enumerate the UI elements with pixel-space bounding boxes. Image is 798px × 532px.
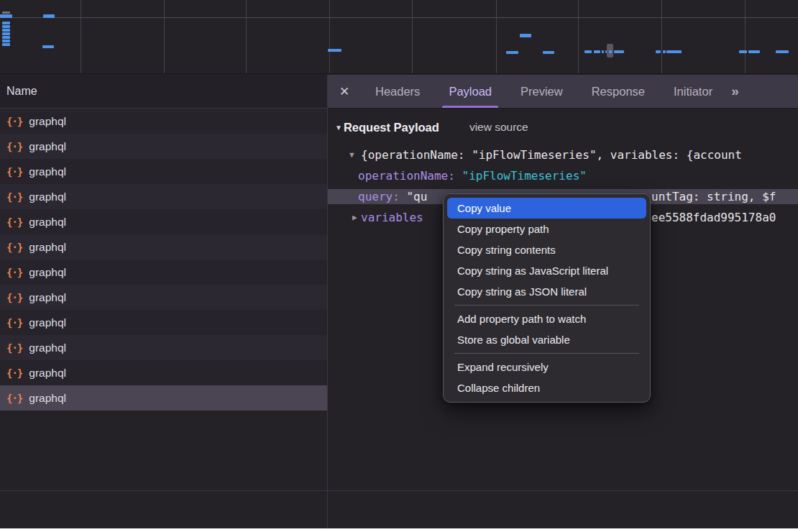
request-payload-section-header[interactable]: ▼ Request Payload view source	[328, 117, 798, 137]
network-overview-timeline[interactable]	[0, 0, 798, 74]
expand-right-icon[interactable]: ▶	[352, 207, 357, 228]
menu-item-copy-string-as-json-literal[interactable]: Copy string as JSON literal	[447, 281, 646, 302]
json-file-icon: {·}	[6, 191, 22, 203]
request-timing-bar[interactable]	[602, 50, 604, 53]
request-timing-bar[interactable]	[584, 50, 592, 53]
request-timing-bar[interactable]	[43, 14, 55, 18]
request-row[interactable]: {·}graphql	[0, 335, 327, 360]
menu-item-store-as-global-variable[interactable]: Store as global variable	[447, 329, 646, 350]
request-timing-bar[interactable]	[2, 36, 10, 39]
overview-gridline	[578, 0, 579, 73]
request-row[interactable]: {·}graphql	[0, 285, 327, 310]
request-timing-bar[interactable]	[2, 22, 10, 24]
menu-item-collapse-children[interactable]: Collapse children	[447, 377, 646, 398]
json-file-icon: {·}	[6, 141, 22, 152]
overview-gridline	[661, 0, 662, 73]
name-column-header[interactable]: Name	[0, 75, 327, 109]
network-panel-body: Name {·}graphql{·}graphql{·}graphql{·}gr…	[0, 75, 798, 490]
request-timing-bar[interactable]	[656, 50, 661, 53]
context-menu: Copy valueCopy property pathCopy string …	[443, 193, 651, 403]
menu-item-add-property-path-to-watch[interactable]: Add property path to watch	[447, 308, 646, 329]
close-icon[interactable]: ✕	[328, 75, 361, 108]
menu-divider	[454, 353, 639, 354]
json-file-icon: {·}	[6, 116, 22, 127]
menu-item-copy-property-path[interactable]: Copy property path	[447, 219, 646, 239]
request-name: graphql	[29, 367, 66, 380]
request-timing-bar[interactable]	[506, 51, 518, 54]
root-summary-text: {operationName: "ipFlowTimeseries", vari…	[361, 148, 742, 162]
menu-item-expand-recursively[interactable]: Expand recursively	[447, 357, 646, 377]
request-timing-bar[interactable]	[42, 45, 54, 48]
request-timing-bar[interactable]	[666, 50, 682, 53]
request-name: graphql	[29, 291, 66, 304]
request-timing-bar[interactable]	[663, 50, 666, 53]
request-timing-bar[interactable]	[614, 50, 624, 53]
request-name: graphql	[29, 266, 66, 279]
section-expand-icon[interactable]: ▼	[335, 124, 342, 132]
request-timing-bar[interactable]	[2, 25, 10, 28]
request-timing-bar[interactable]	[776, 50, 789, 53]
request-row[interactable]: {·}graphql	[0, 310, 327, 335]
request-row[interactable]: {·}graphql	[0, 109, 327, 134]
request-name: graphql	[29, 165, 66, 178]
request-row[interactable]: {·}graphql	[0, 134, 327, 159]
request-name: graphql	[29, 216, 66, 229]
overview-gridline	[329, 0, 330, 73]
request-timing-bar[interactable]	[748, 50, 760, 53]
menu-item-copy-string-contents[interactable]: Copy string contents	[447, 239, 646, 260]
expand-down-icon[interactable]: ▼	[349, 145, 354, 165]
tree-row-operationname[interactable]: operationName: "ipFlowTimeseries"	[328, 165, 798, 186]
json-file-icon: {·}	[6, 166, 22, 178]
request-timing-bar[interactable]	[739, 50, 747, 53]
property-key: operationName:	[358, 169, 462, 183]
pane-divider	[327, 491, 328, 528]
json-file-icon: {·}	[6, 393, 22, 404]
request-name: graphql	[29, 392, 66, 405]
request-timing-bar[interactable]	[2, 29, 10, 32]
request-timing-bar[interactable]	[2, 12, 10, 14]
request-timing-bar[interactable]	[0, 14, 12, 18]
request-timing-bar[interactable]	[2, 40, 10, 42]
menu-item-copy-value[interactable]: Copy value	[447, 198, 646, 219]
request-name: graphql	[29, 191, 66, 203]
overview-gridline	[412, 0, 413, 73]
request-name: graphql	[29, 140, 66, 153]
property-key: variables	[361, 211, 423, 224]
request-row[interactable]: {·}graphql	[0, 159, 327, 184]
request-timing-bar[interactable]	[328, 49, 341, 52]
request-timing-bar[interactable]	[520, 34, 531, 37]
request-timing-bar[interactable]	[2, 43, 10, 46]
request-timing-bar[interactable]	[609, 50, 612, 53]
request-timing-bar[interactable]	[2, 32, 10, 35]
overview-gridline	[745, 0, 746, 73]
overview-row-divider	[0, 17, 798, 18]
request-timing-bar[interactable]	[594, 50, 600, 53]
menu-item-copy-string-as-javascript-literal[interactable]: Copy string as JavaScript literal	[447, 260, 646, 281]
view-source-link[interactable]: view source	[469, 121, 528, 134]
request-row[interactable]: {·}graphql	[0, 385, 327, 411]
json-file-icon: {·}	[6, 317, 22, 329]
more-tabs-icon[interactable]: »	[731, 75, 738, 108]
overview-gridline	[246, 0, 247, 73]
devtools-window: Name {·}graphql{·}graphql{·}graphql{·}gr…	[0, 0, 798, 528]
overview-gridline	[496, 0, 497, 73]
request-row[interactable]: {·}graphql	[0, 360, 327, 385]
request-name: graphql	[29, 115, 66, 128]
request-row[interactable]: {·}graphql	[0, 209, 327, 234]
property-value: "ipFlowTimeseries"	[462, 169, 587, 183]
json-file-icon: {·}	[6, 367, 22, 379]
overview-gridline	[81, 0, 81, 73]
request-row[interactable]: {·}graphql	[0, 234, 327, 260]
tab-headers[interactable]: Headers	[369, 75, 426, 108]
request-row[interactable]: {·}graphql	[0, 260, 327, 285]
tab-preview[interactable]: Preview	[514, 75, 569, 108]
tree-row-root[interactable]: ▼ {operationName: "ipFlowTimeseries", va…	[328, 145, 798, 165]
request-rows: {·}graphql{·}graphql{·}graphql{·}graphql…	[0, 109, 327, 411]
request-timing-bar[interactable]	[543, 51, 554, 54]
request-row[interactable]: {·}graphql	[0, 184, 327, 209]
tab-response[interactable]: Response	[585, 75, 651, 108]
summary-bar	[0, 490, 798, 528]
tab-payload[interactable]: Payload	[442, 75, 498, 108]
property-value-left: "qu	[406, 190, 427, 203]
tab-initiator[interactable]: Initiator	[667, 75, 719, 108]
